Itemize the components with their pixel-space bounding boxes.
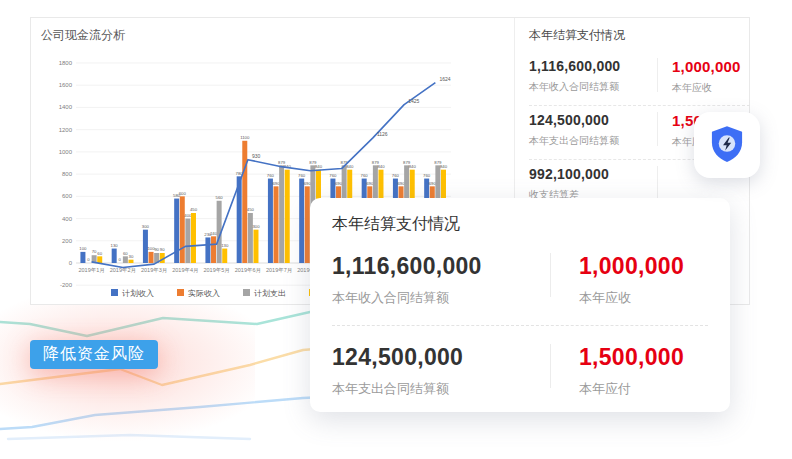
column-divider	[657, 58, 658, 92]
svg-text:690: 690	[429, 181, 437, 186]
income-settlement-label: 本年收入合同结算额	[529, 80, 657, 94]
svg-text:100: 100	[79, 246, 87, 251]
svg-text:840: 840	[409, 164, 417, 169]
popup-receivable-label: 本年应收	[579, 289, 684, 307]
svg-text:760: 760	[423, 173, 431, 178]
reduce-risk-badge[interactable]: 降低资金风险	[30, 340, 158, 369]
popup-payable-value: 1,500,000	[579, 344, 684, 371]
svg-text:840: 840	[440, 164, 448, 169]
svg-text:60: 60	[97, 251, 102, 256]
svg-text:300: 300	[252, 224, 260, 229]
summary-row: 1,116,600,000 本年收入合同结算额 1,000,000 本年应收	[529, 52, 750, 106]
balance-value: 992,100,000	[529, 166, 657, 182]
receivable-label: 本年应收	[672, 81, 741, 95]
svg-text:-200: -200	[60, 282, 73, 288]
svg-text:690: 690	[335, 181, 343, 186]
svg-text:690: 690	[304, 181, 312, 186]
svg-text:1126: 1126	[377, 131, 388, 137]
svg-text:1000: 1000	[59, 149, 73, 155]
svg-text:400: 400	[62, 216, 73, 222]
svg-text:2019年3月: 2019年3月	[141, 267, 167, 274]
svg-text:90: 90	[160, 247, 165, 252]
column-divider	[550, 253, 551, 297]
svg-text:1600: 1600	[59, 82, 73, 88]
svg-text:1425: 1425	[408, 98, 419, 104]
svg-text:800: 800	[62, 171, 73, 177]
svg-text:2019年7月: 2019年7月	[266, 267, 292, 274]
svg-text:计划收入: 计划收入	[122, 289, 154, 298]
svg-text:600: 600	[179, 191, 187, 196]
summary-title: 本年结算支付情况	[529, 27, 750, 44]
column-divider	[657, 166, 658, 200]
svg-text:2019年1月: 2019年1月	[78, 267, 104, 274]
svg-text:200: 200	[62, 238, 73, 244]
popup-receivable-value: 1,000,000	[579, 253, 684, 280]
svg-text:实际收入: 实际收入	[188, 289, 220, 298]
popup-payable-label: 本年应付	[579, 380, 684, 398]
svg-text:1624: 1624	[439, 76, 450, 82]
svg-text:90: 90	[154, 247, 159, 252]
popup-income-label: 本年收入合同结算额	[332, 289, 550, 307]
column-divider	[657, 112, 658, 146]
svg-text:60: 60	[123, 251, 128, 256]
popup-row: 1,116,600,000 本年收入合同结算额 1,000,000 本年应收	[332, 249, 708, 326]
svg-text:1800: 1800	[59, 60, 73, 66]
svg-text:690: 690	[397, 181, 405, 186]
svg-text:1100: 1100	[240, 135, 250, 140]
svg-text:130: 130	[221, 243, 229, 248]
settlement-popup: 本年结算支付情况 1,116,600,000 本年收入合同结算额 1,000,0…	[310, 198, 730, 412]
svg-text:0: 0	[119, 257, 122, 262]
svg-text:2019年5月: 2019年5月	[203, 267, 229, 274]
expense-settlement-value: 124,500,000	[529, 112, 657, 128]
svg-text:760: 760	[329, 173, 337, 178]
svg-text:690: 690	[366, 181, 374, 186]
svg-text:130: 130	[111, 243, 119, 248]
svg-text:760: 760	[267, 173, 275, 178]
popup-income-value: 1,116,600,000	[332, 253, 550, 280]
svg-text:930: 930	[252, 153, 261, 159]
svg-text:760: 760	[392, 173, 400, 178]
svg-text:300: 300	[142, 224, 150, 229]
popup-title: 本年结算支付情况	[332, 214, 708, 235]
popup-expense-label: 本年支出合同结算额	[332, 380, 550, 398]
popup-expense-value: 124,500,000	[332, 344, 550, 371]
svg-text:1400: 1400	[59, 104, 73, 110]
expense-settlement-label: 本年支出合同结算额	[529, 134, 657, 148]
svg-text:840: 840	[377, 164, 385, 169]
svg-text:0: 0	[69, 260, 73, 266]
security-shield-card	[694, 112, 760, 178]
popup-row: 124,500,000 本年支出合同结算额 1,500,000 本年应付	[332, 326, 708, 416]
badge-glow	[0, 295, 255, 445]
shield-lightning-icon	[704, 122, 750, 168]
svg-text:计划支出: 计划支出	[254, 289, 286, 298]
svg-text:400: 400	[184, 213, 192, 218]
receivable-value: 1,000,000	[672, 58, 741, 75]
svg-text:690: 690	[272, 181, 280, 186]
svg-text:240: 240	[210, 231, 218, 236]
svg-text:2019年4月: 2019年4月	[172, 267, 198, 274]
income-settlement-value: 1,116,600,000	[529, 58, 657, 74]
svg-text:30: 30	[129, 254, 134, 259]
svg-text:760: 760	[298, 173, 306, 178]
svg-text:560: 560	[216, 195, 224, 200]
svg-text:1200: 1200	[59, 127, 73, 133]
svg-text:2019年6月: 2019年6月	[235, 267, 261, 274]
svg-text:450: 450	[190, 207, 198, 212]
svg-text:0: 0	[87, 257, 90, 262]
svg-text:840: 840	[346, 164, 354, 169]
column-divider	[550, 344, 551, 388]
svg-text:760: 760	[361, 173, 369, 178]
svg-text:70: 70	[92, 249, 97, 254]
svg-text:840: 840	[315, 164, 323, 169]
svg-text:450: 450	[247, 207, 255, 212]
svg-text:600: 600	[62, 193, 73, 199]
